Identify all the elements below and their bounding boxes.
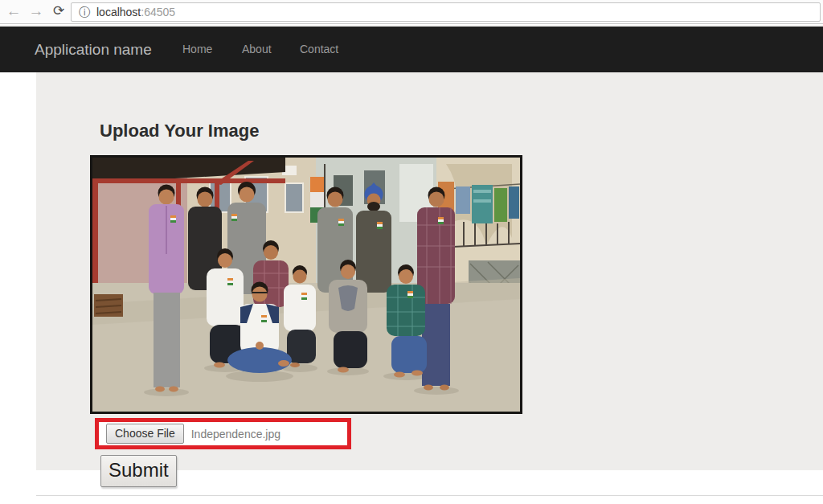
choose-file-button[interactable]: Choose File — [106, 424, 184, 444]
uploaded-image-preview — [90, 155, 522, 414]
page-title: Upload Your Image — [100, 121, 259, 141]
file-input-highlight: Choose File Independence.jpg — [95, 418, 351, 449]
nav-item-about[interactable]: About — [242, 27, 272, 72]
file-name-text: Independence.jpg — [191, 428, 280, 440]
forward-icon[interactable]: → — [26, 0, 47, 24]
browser-toolbar: ← → ⟳ ⓘ localhost:64505 — [0, 0, 823, 24]
browser-window: ← → ⟳ ⓘ localhost:64505 Application name… — [0, 0, 823, 504]
back-icon[interactable]: ← — [3, 0, 24, 24]
nav-item-home[interactable]: Home — [182, 27, 212, 72]
url-port: :64505 — [141, 6, 175, 18]
submit-button[interactable]: Submit — [100, 455, 177, 487]
page-info-icon[interactable]: ⓘ — [79, 6, 90, 18]
reload-icon[interactable]: ⟳ — [48, 0, 69, 24]
site-navbar: Application name Home About Contact — [0, 27, 823, 72]
group-photo — [92, 158, 520, 412]
address-bar[interactable]: ⓘ localhost:64505 — [71, 2, 821, 22]
footer-divider — [36, 495, 823, 496]
nav-item-contact[interactable]: Contact — [300, 27, 338, 72]
url-text: localhost:64505 — [96, 6, 175, 18]
brand-link[interactable]: Application name — [35, 27, 152, 72]
content-container: Upload Your Image — [36, 72, 823, 470]
